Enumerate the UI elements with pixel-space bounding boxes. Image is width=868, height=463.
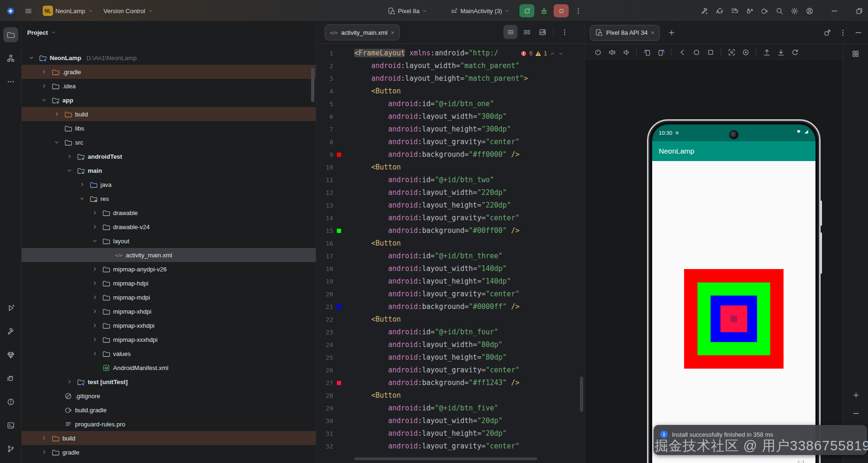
color-preview-chip[interactable] (337, 381, 341, 385)
tree-item-build[interactable]: build (22, 107, 316, 121)
tree-item-mipmap-anydpi-v26[interactable]: mipmap-anydpi-v26 (22, 262, 316, 276)
color-preview-chip[interactable] (337, 229, 341, 233)
zoom-in-button[interactable] (850, 389, 861, 401)
tree-item--gitignore[interactable]: .gitignore (22, 389, 316, 403)
run-options-kebab-button[interactable] (572, 4, 584, 18)
tree-chevron-icon[interactable] (91, 294, 99, 301)
tree-chevron-icon[interactable] (91, 280, 99, 286)
device-back-button[interactable] (676, 46, 688, 58)
color-preview-chip[interactable] (337, 153, 341, 157)
device-record-button[interactable] (739, 46, 752, 58)
tree-item-test-unittest-[interactable]: test [unitTest] (22, 375, 316, 389)
device-power-button[interactable] (592, 46, 604, 58)
device-screenshot-button[interactable] (725, 46, 738, 58)
editor-horizontal-scrollbar[interactable] (354, 457, 537, 460)
tree-item-src[interactable]: src (22, 135, 316, 149)
chevron-down-icon[interactable] (51, 30, 56, 35)
tree-chevron-icon[interactable] (40, 83, 48, 89)
tree-chevron-icon[interactable] (53, 111, 61, 117)
device-selector[interactable]: Pixel 8a (386, 4, 429, 18)
tree-chevron-icon[interactable] (27, 54, 36, 61)
editor-options-kebab-button[interactable] (557, 25, 571, 39)
window-restore-button[interactable] (853, 4, 865, 18)
tree-chevron-icon[interactable] (65, 167, 74, 174)
inspections-widget[interactable]: 6 1 (518, 48, 566, 59)
tree-item-gradle[interactable]: gradle (22, 445, 316, 459)
tree-chevron-icon[interactable] (78, 181, 86, 188)
tree-chevron-icon[interactable] (91, 336, 99, 343)
profile-button[interactable] (804, 4, 815, 18)
editor-vertical-scrollbar[interactable] (580, 377, 583, 412)
tree-item-mipmap-hdpi[interactable]: mipmap-hdpi (22, 276, 316, 290)
design-view-button[interactable] (535, 25, 549, 39)
settings-button[interactable] (789, 4, 800, 18)
code-editor[interactable]: 1<FrameLayout xmlns:android="http:/2 and… (316, 44, 585, 463)
tree-chevron-icon[interactable] (40, 69, 48, 75)
hide-panel-button[interactable] (853, 26, 864, 40)
device-home-button[interactable] (690, 46, 702, 58)
tree-item-mipmap-xxxhdpi[interactable]: mipmap-xxxhdpi (22, 332, 316, 347)
tree-item-drawable[interactable]: drawable (22, 206, 316, 220)
tree-chevron-icon[interactable] (65, 153, 74, 160)
search-button[interactable] (774, 4, 785, 18)
tree-item-main[interactable]: main (22, 163, 316, 177)
vcs-widget[interactable]: Version Control (102, 4, 155, 18)
tree-chevron-icon[interactable] (78, 195, 86, 202)
grid-view-button[interactable] (850, 48, 861, 59)
tree-chevron-icon[interactable] (53, 139, 61, 146)
tool-window-run-button[interactable] (3, 301, 18, 316)
device-volume-up-button[interactable] (606, 46, 618, 58)
phone-screen[interactable]: 10:30 NeonLamp (652, 124, 815, 463)
button-square-5[interactable] (731, 316, 737, 322)
tree-item-androidtest[interactable]: androidTest (22, 149, 316, 163)
color-preview-chip[interactable] (337, 305, 341, 309)
notification-toast[interactable]: i Install successfully finished in 358 m… (654, 425, 867, 455)
tree-item--gradle[interactable]: .gradle (22, 65, 316, 79)
phone-app-content[interactable] (652, 161, 815, 463)
device-rotate-left-button[interactable] (641, 46, 653, 58)
device-download-button[interactable] (775, 46, 787, 58)
tool-window-version-control-button[interactable] (3, 441, 18, 456)
tree-item-mipmap-xxhdpi[interactable]: mipmap-xxhdpi (22, 318, 316, 332)
tree-item-androidmanifest-xml[interactable]: MAndroidManifest.xml (22, 361, 316, 375)
split-view-button[interactable] (519, 25, 533, 39)
tab-activity-main-xml[interactable]: </> activity_main.xml × (325, 24, 400, 40)
tool-window-structure-button[interactable] (3, 51, 18, 66)
tree-chevron-icon[interactable] (91, 266, 99, 272)
tool-window-terminal-button[interactable] (3, 418, 18, 433)
run-configuration-selector[interactable]: MainActivity (3) (448, 4, 512, 18)
tool-window-more-horizontal-button[interactable] (3, 74, 18, 89)
device-rotate-right-button[interactable] (655, 46, 667, 58)
tree-item-libs[interactable]: libs (22, 121, 316, 135)
tool-window-resource-gem-button[interactable] (3, 347, 18, 363)
next-problem-icon[interactable] (558, 51, 564, 57)
close-tab-icon[interactable]: × (651, 29, 655, 36)
tree-item-build-gradle[interactable]: build.gradle (22, 403, 316, 417)
attach-debugger-button[interactable] (744, 4, 755, 18)
tool-window-problems-button[interactable] (3, 394, 18, 409)
tree-item-mipmap-mdpi[interactable]: mipmap-mdpi (22, 290, 316, 304)
panel-options-kebab-button[interactable] (837, 26, 849, 40)
code-view-button[interactable] (503, 25, 518, 39)
build-run-button[interactable] (699, 4, 710, 18)
tree-chevron-icon[interactable] (40, 449, 48, 455)
tree-chevron-icon[interactable] (91, 238, 99, 244)
tree-chevron-icon[interactable] (91, 209, 99, 216)
device-volume-down-button[interactable] (620, 46, 632, 58)
tool-window-logcat-cat-button[interactable] (3, 371, 18, 386)
tab-pixel-8a-api-34[interactable]: Pixel 8a API 34 × (590, 25, 660, 41)
device-upload-button[interactable] (761, 46, 773, 58)
tree-chevron-icon[interactable] (91, 322, 99, 329)
project-widget[interactable]: NL NeonLamp (41, 4, 95, 18)
tree-chevron-icon[interactable] (65, 378, 74, 385)
tree-item-activity-main-xml[interactable]: </>activity_main.xml (22, 248, 316, 262)
tool-window-build-hammer-button[interactable] (3, 324, 18, 339)
letter-a-sync-button[interactable]: A (714, 4, 725, 18)
hamburger-menu-button[interactable] (23, 4, 34, 18)
debug-button[interactable] (538, 4, 550, 18)
tree-item-neonlamp[interactable]: NeonLampD:\An1\NeonLamp (22, 51, 316, 65)
rerun-button[interactable] (519, 4, 534, 17)
tree-chevron-icon[interactable] (91, 224, 99, 230)
tree-item-build[interactable]: build (22, 431, 316, 445)
tree-item-layout[interactable]: layout (22, 234, 316, 248)
